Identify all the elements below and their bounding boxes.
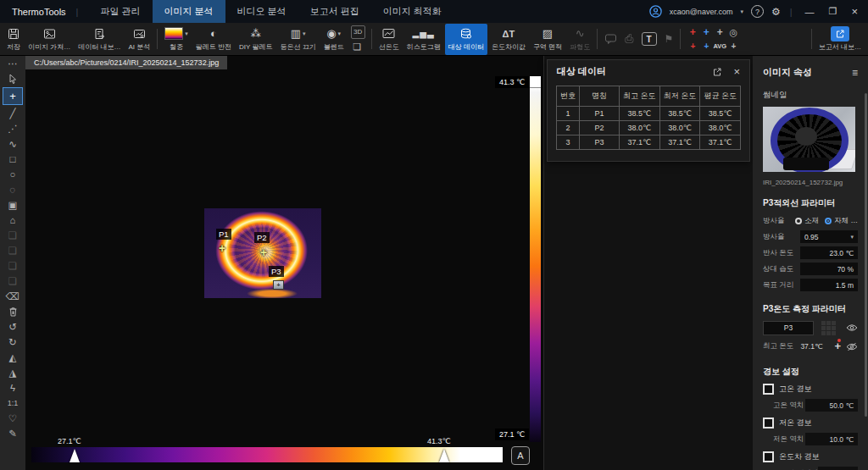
distance-input[interactable]: 1.5 m (800, 279, 858, 291)
export-data-button[interactable]: 데이터 내보… (75, 24, 124, 55)
rotate-right-tool[interactable]: ↻ (3, 335, 22, 349)
view-3d-button[interactable]: 3D (351, 25, 365, 39)
humidity-input[interactable]: 70 % (800, 263, 858, 275)
flip-vertical-tool[interactable]: ◮ (3, 366, 22, 379)
low-alarm-checkbox[interactable] (763, 417, 774, 429)
ai-analysis-button[interactable]: AI 분석 (125, 24, 153, 55)
zoom-1to1-tool[interactable]: 1:1 (3, 396, 22, 410)
low-threshold-input[interactable]: 10.0 ℃ (805, 433, 858, 445)
spot-settings-button[interactable]: + (731, 42, 736, 51)
eraser-tool[interactable]: ⌫ (3, 290, 22, 303)
max-spot-marker-button[interactable]: + (690, 28, 696, 36)
help-icon[interactable]: ? (751, 5, 764, 18)
window-close-button[interactable]: × (848, 5, 861, 18)
min-spot-small-button[interactable]: + (704, 42, 709, 51)
rotate-left-tool[interactable]: ↺ (3, 320, 22, 334)
range-min-handle[interactable] (70, 449, 80, 462)
line-temperature-button[interactable]: 선온도 (376, 24, 403, 55)
duplicate-tool-3[interactable]: ❏ (3, 259, 22, 273)
circle-tool[interactable]: ◌ (3, 183, 22, 196)
thermal-image[interactable]: P1 + P2 + P3 + (204, 208, 321, 298)
max-spot-small-button[interactable]: + (690, 42, 695, 51)
panel-menu-icon[interactable]: ≡ (852, 67, 858, 79)
diff-alarm-label[interactable]: 온도차 경보 (779, 451, 820, 462)
isotherm-off-button[interactable]: ▥▾ 등온선 끄기 (276, 24, 319, 55)
bookmark-button[interactable]: ⚑ (661, 24, 677, 55)
palette-button[interactable]: ▾ 철종 (161, 24, 192, 55)
avg-button[interactable]: AVG (713, 42, 726, 50)
point-name-input[interactable]: P3 (763, 321, 814, 335)
radio-custom[interactable] (825, 218, 832, 224)
text-annotation-button[interactable]: T (638, 24, 660, 55)
diff-threshold-input[interactable]: 40.0 ℃ (818, 467, 858, 470)
rectangle-tool[interactable]: □ (3, 152, 22, 166)
reflect-temp-input[interactable]: 23.0 ℃ (800, 246, 858, 259)
blend-button[interactable]: ◉▾ 블렌드 (320, 24, 348, 55)
high-alarm-label[interactable]: 고온 경보 (779, 384, 812, 395)
panel-close-icon[interactable]: × (733, 66, 740, 77)
spot-marker-button[interactable]: + (717, 28, 723, 36)
edit-tool[interactable]: ✎ (3, 427, 22, 440)
polyline-tool[interactable]: ⋰ (3, 122, 22, 135)
radio-material-label[interactable]: 소재 (804, 216, 819, 226)
target-data-button[interactable]: 대상 데이터 (445, 24, 487, 55)
report-export-button[interactable]: 보고서 내보… (815, 24, 865, 55)
panel-scrollbar[interactable] (865, 93, 867, 417)
marker-crosshair-p3[interactable]: + (273, 280, 284, 290)
curve-tool[interactable]: ∿ (3, 137, 22, 151)
zone-area-button[interactable]: ▨ 구역 면적 (530, 24, 565, 55)
line-tool[interactable]: ╱ (3, 107, 22, 120)
sidebar-drag-handle[interactable]: ⋯ (3, 57, 22, 70)
polygon-tool[interactable]: ⌂ (3, 213, 22, 227)
panel-export-icon[interactable] (712, 67, 722, 77)
temp-difference-button[interactable]: ΔT 온도차이값 (488, 24, 529, 55)
duplicate-tool-4[interactable]: ❏ (3, 274, 22, 288)
settings-gear-icon[interactable]: ⚙ (771, 6, 781, 18)
grid-matrix-icon[interactable] (821, 321, 836, 335)
menu-video-analysis[interactable]: 비디오 분석 (225, 0, 298, 23)
comment-button[interactable] (601, 24, 620, 55)
high-alarm-checkbox[interactable] (763, 384, 774, 395)
menu-image-analysis[interactable]: 이미지 분석 (153, 0, 225, 23)
radio-material[interactable] (795, 218, 802, 224)
point-tool[interactable]: + (3, 87, 23, 105)
menu-image-optimize[interactable]: 이미지 최적화 (371, 0, 453, 23)
visibility-eye-icon[interactable] (846, 323, 858, 332)
duplicate-tool-2[interactable]: ❏ (3, 244, 22, 257)
save-button[interactable]: 저장 (3, 24, 24, 55)
marker-label-p2[interactable]: P2 (254, 232, 270, 243)
target-circle-button[interactable]: ◎ (729, 28, 737, 36)
waveform-button[interactable]: ∿ 파형도 (566, 24, 593, 55)
window-minimize-button[interactable]: — (802, 7, 818, 17)
emissivity-select[interactable]: 0.95 ▾ (800, 230, 858, 243)
select-tool[interactable] (3, 72, 22, 86)
radio-custom-label[interactable]: 자체 … (834, 216, 858, 226)
diff-alarm-checkbox[interactable] (763, 451, 774, 462)
layers-button[interactable]: ❏ (351, 41, 364, 53)
image-canvas[interactable]: C:/Users/abc/Pictures/0214/IRI_20250214_… (25, 56, 543, 470)
marker-label-p3[interactable]: P3 (269, 266, 284, 277)
marker-crosshair-p2[interactable]: + (260, 248, 267, 257)
account-avatar-icon[interactable] (649, 5, 662, 18)
ellipse-tool[interactable]: ○ (3, 168, 22, 181)
window-restore-button[interactable]: ❐ (826, 6, 841, 17)
stamp-button[interactable]: ⎙ (621, 24, 637, 55)
max-spot-crosshair-icon[interactable]: + (834, 342, 841, 351)
marker-label-p1[interactable]: P1 (216, 229, 231, 240)
range-max-handle[interactable] (439, 449, 449, 462)
visibility-eye-off-icon[interactable] (846, 342, 858, 351)
menu-file-management[interactable]: 파일 관리 (88, 0, 152, 23)
file-path-tab[interactable]: C:/Users/abc/Pictures/0214/IRI_20250214_… (25, 56, 227, 69)
duplicate-tool-1[interactable]: ❏ (3, 229, 22, 242)
marker-rect-tool[interactable]: ▣ (3, 198, 22, 212)
delete-tool[interactable] (3, 305, 22, 318)
low-alarm-label[interactable]: 저온 경보 (779, 417, 812, 429)
diy-palette-button[interactable]: ⁂ DIY 팔레트 (236, 24, 275, 55)
min-spot-marker-button[interactable]: + (704, 28, 709, 36)
favorite-tool[interactable]: ♡ (3, 412, 22, 425)
import-image-button[interactable]: 이미지 가져… (25, 24, 74, 55)
marker-crosshair-p1[interactable]: + (219, 244, 225, 252)
auto-range-button[interactable]: A (511, 446, 530, 465)
account-email[interactable]: xcaon@naver.com (670, 8, 733, 16)
menu-report-edit[interactable]: 보고서 편집 (298, 0, 371, 23)
